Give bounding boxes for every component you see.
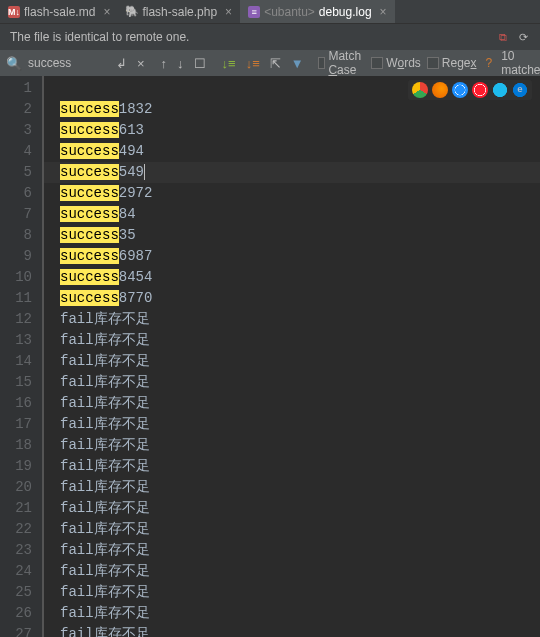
filter-icon[interactable]: ▼ bbox=[289, 56, 306, 71]
help-icon[interactable]: ? bbox=[483, 56, 496, 70]
line-number: 20 bbox=[0, 477, 32, 498]
code-line[interactable]: fail库存不足 bbox=[44, 372, 540, 393]
words-checkbox[interactable]: Words bbox=[371, 56, 420, 70]
line-number: 15 bbox=[0, 372, 32, 393]
close-icon[interactable]: × bbox=[99, 5, 110, 19]
code-line[interactable]: fail库存不足 bbox=[44, 624, 540, 637]
prev-match-icon[interactable]: ↑ bbox=[159, 56, 170, 71]
ie-icon[interactable]: e bbox=[492, 82, 508, 98]
code-line[interactable]: fail库存不足 bbox=[44, 540, 540, 561]
line-number: 10 bbox=[0, 267, 32, 288]
select-all-icon[interactable]: ☐ bbox=[192, 56, 208, 71]
tab-flash-sale-php[interactable]: 🐘 flash-sale.php × bbox=[118, 0, 240, 23]
tab-label: flash-sale.php bbox=[142, 5, 217, 19]
code-line[interactable]: fail库存不足 bbox=[44, 330, 540, 351]
code-line[interactable]: fail库存不足 bbox=[44, 498, 540, 519]
match-case-checkbox[interactable]: Match Case bbox=[318, 49, 366, 77]
line-number: 16 bbox=[0, 393, 32, 414]
sync-icon[interactable]: ⟳ bbox=[516, 30, 530, 44]
tab-debug-log[interactable]: ≡ <ubantu> debug.log × bbox=[240, 0, 394, 23]
opera-icon[interactable] bbox=[472, 82, 488, 98]
export-icon[interactable]: ⇱ bbox=[268, 56, 283, 71]
code-line[interactable]: success35 bbox=[44, 225, 540, 246]
line-text: 494 bbox=[119, 143, 144, 159]
search-highlight: success bbox=[60, 164, 119, 180]
close-icon[interactable]: × bbox=[376, 5, 387, 19]
code-line[interactable]: success6987 bbox=[44, 246, 540, 267]
code-line[interactable]: success549 bbox=[44, 162, 540, 183]
search-highlight: success bbox=[60, 248, 119, 264]
close-icon[interactable]: × bbox=[221, 5, 232, 19]
editor-tabs: M↓ flash-sale.md × 🐘 flash-sale.php × ≡ … bbox=[0, 0, 540, 24]
code-line[interactable]: success494 bbox=[44, 141, 540, 162]
line-number: 8 bbox=[0, 225, 32, 246]
edge-icon[interactable]: e bbox=[512, 82, 528, 98]
code-line[interactable]: fail库存不足 bbox=[44, 309, 540, 330]
line-text: 549 bbox=[119, 164, 145, 180]
markdown-icon: M↓ bbox=[8, 6, 20, 18]
clear-icon[interactable]: × bbox=[135, 56, 147, 71]
editor-area[interactable]: 1234567891011121314151617181920212223242… bbox=[0, 76, 540, 637]
match-case-label: Match Case bbox=[328, 49, 361, 77]
line-number: 25 bbox=[0, 582, 32, 603]
search-highlight: success bbox=[60, 269, 119, 285]
search-highlight: success bbox=[60, 290, 119, 306]
line-number: 18 bbox=[0, 435, 32, 456]
line-number: 21 bbox=[0, 498, 32, 519]
line-text: 35 bbox=[119, 227, 136, 243]
code-line[interactable]: success8770 bbox=[44, 288, 540, 309]
chrome-icon[interactable] bbox=[412, 82, 428, 98]
line-text: 1832 bbox=[119, 101, 153, 117]
code-line[interactable]: fail库存不足 bbox=[44, 519, 540, 540]
code-content[interactable]: e e success1832success613success494succe… bbox=[42, 76, 540, 637]
words-label: Words bbox=[386, 56, 420, 70]
tab-flash-sale-md[interactable]: M↓ flash-sale.md × bbox=[0, 0, 118, 23]
code-line[interactable]: fail库存不足 bbox=[44, 582, 540, 603]
next-match-icon[interactable]: ↓ bbox=[175, 56, 186, 71]
line-text: 613 bbox=[119, 122, 144, 138]
search-highlight: success bbox=[60, 206, 119, 222]
search-highlight: success bbox=[60, 143, 119, 159]
tab-label: debug.log bbox=[319, 5, 372, 19]
code-line[interactable]: fail库存不足 bbox=[44, 393, 540, 414]
line-text: 84 bbox=[119, 206, 136, 222]
line-number: 5 bbox=[0, 162, 32, 183]
find-bar: 🔍 ↲ × ↑ ↓ ☐ ↓≡ ↓≡ ⇱ ▼ Match Case Words R… bbox=[0, 50, 540, 76]
line-number: 23 bbox=[0, 540, 32, 561]
code-line[interactable]: fail库存不足 bbox=[44, 477, 540, 498]
info-bar: The file is identical to remote one. ⧉ ⟳ bbox=[0, 24, 540, 50]
code-line[interactable]: fail库存不足 bbox=[44, 603, 540, 624]
sort-asc-icon[interactable]: ↓≡ bbox=[220, 56, 238, 71]
line-number: 17 bbox=[0, 414, 32, 435]
code-line[interactable]: fail库存不足 bbox=[44, 561, 540, 582]
php-icon: 🐘 bbox=[126, 6, 138, 18]
browser-preview-icons: e e bbox=[408, 80, 532, 100]
newline-icon[interactable]: ↲ bbox=[114, 56, 129, 71]
code-line[interactable]: success8454 bbox=[44, 267, 540, 288]
code-line[interactable]: success2972 bbox=[44, 183, 540, 204]
search-input[interactable] bbox=[28, 56, 108, 70]
sort-desc-icon[interactable]: ↓≡ bbox=[244, 56, 262, 71]
line-number: 4 bbox=[0, 141, 32, 162]
code-line[interactable]: fail库存不足 bbox=[44, 435, 540, 456]
line-number: 1 bbox=[0, 78, 32, 99]
code-line[interactable]: success84 bbox=[44, 204, 540, 225]
code-line[interactable]: fail库存不足 bbox=[44, 414, 540, 435]
regex-label: Regex bbox=[442, 56, 477, 70]
diff-icon[interactable]: ⧉ bbox=[496, 30, 510, 44]
search-highlight: success bbox=[60, 227, 119, 243]
regex-checkbox[interactable]: Regex bbox=[427, 56, 477, 70]
code-line[interactable]: success1832 bbox=[44, 99, 540, 120]
tab-prefix: <ubantu> bbox=[264, 5, 315, 19]
code-line[interactable]: fail库存不足 bbox=[44, 456, 540, 477]
line-number: 13 bbox=[0, 330, 32, 351]
line-text: 6987 bbox=[119, 248, 153, 264]
search-highlight: success bbox=[60, 122, 119, 138]
firefox-icon[interactable] bbox=[432, 82, 448, 98]
safari-icon[interactable] bbox=[452, 82, 468, 98]
log-icon: ≡ bbox=[248, 6, 260, 18]
code-line[interactable]: fail库存不足 bbox=[44, 351, 540, 372]
line-number: 19 bbox=[0, 456, 32, 477]
code-line[interactable]: success613 bbox=[44, 120, 540, 141]
line-number: 22 bbox=[0, 519, 32, 540]
